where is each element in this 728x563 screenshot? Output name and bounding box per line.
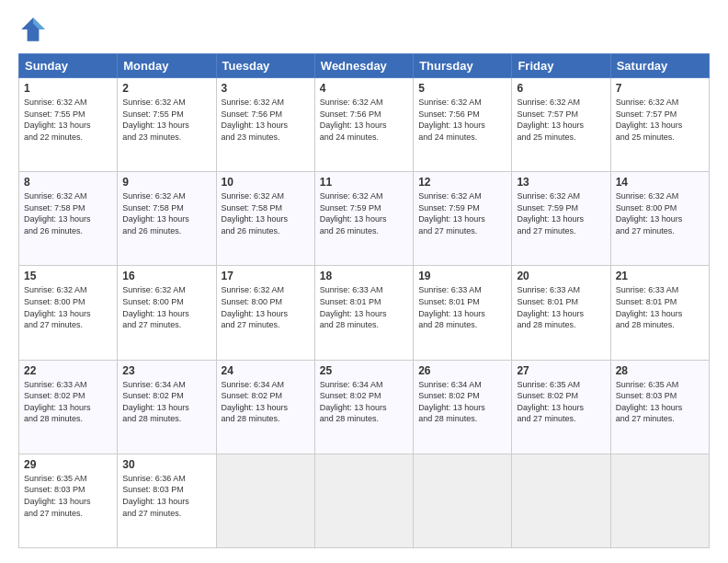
- day-number: 28: [616, 364, 704, 377]
- calendar-day-cell: 3Sunrise: 6:32 AM Sunset: 7:56 PM Daylig…: [216, 78, 314, 172]
- weekday-header: SundayMondayTuesdayWednesdayThursdayFrid…: [19, 54, 710, 78]
- calendar-day-cell: [414, 454, 512, 547]
- day-info: Sunrise: 6:32 AM Sunset: 7:59 PM Dayligh…: [418, 190, 506, 236]
- weekday-header-cell: Thursday: [414, 54, 512, 78]
- day-info: Sunrise: 6:33 AM Sunset: 8:02 PM Dayligh…: [24, 379, 112, 425]
- day-number: 6: [517, 82, 605, 95]
- calendar-day-cell: 8Sunrise: 6:32 AM Sunset: 7:58 PM Daylig…: [19, 172, 118, 266]
- day-number: 11: [320, 176, 408, 189]
- day-number: 17: [222, 270, 310, 282]
- day-info: Sunrise: 6:32 AM Sunset: 8:00 PM Dayligh…: [616, 190, 704, 236]
- calendar-week-row: 29Sunrise: 6:35 AM Sunset: 8:03 PM Dayli…: [19, 454, 710, 547]
- day-number: 18: [320, 270, 408, 282]
- day-info: Sunrise: 6:34 AM Sunset: 8:02 PM Dayligh…: [222, 379, 310, 425]
- day-info: Sunrise: 6:32 AM Sunset: 8:00 PM Dayligh…: [222, 284, 310, 330]
- calendar-day-cell: 12Sunrise: 6:32 AM Sunset: 7:59 PM Dayli…: [414, 172, 512, 266]
- day-number: 3: [222, 82, 310, 95]
- calendar-day-cell: 4Sunrise: 6:32 AM Sunset: 7:56 PM Daylig…: [314, 78, 413, 172]
- calendar-day-cell: 1Sunrise: 6:32 AM Sunset: 7:55 PM Daylig…: [19, 78, 118, 172]
- calendar-day-cell: 27Sunrise: 6:35 AM Sunset: 8:02 PM Dayli…: [512, 360, 610, 454]
- calendar-day-cell: 13Sunrise: 6:32 AM Sunset: 7:59 PM Dayli…: [512, 172, 610, 266]
- day-number: 26: [418, 364, 506, 377]
- day-info: Sunrise: 6:32 AM Sunset: 7:58 PM Dayligh…: [222, 190, 310, 236]
- calendar-day-cell: 17Sunrise: 6:32 AM Sunset: 8:00 PM Dayli…: [216, 266, 314, 360]
- calendar-day-cell: 18Sunrise: 6:33 AM Sunset: 8:01 PM Dayli…: [314, 266, 413, 360]
- calendar-day-cell: 21Sunrise: 6:33 AM Sunset: 8:01 PM Dayli…: [610, 266, 709, 360]
- weekday-header-cell: Tuesday: [216, 54, 314, 78]
- calendar-week-row: 8Sunrise: 6:32 AM Sunset: 7:58 PM Daylig…: [19, 172, 710, 266]
- calendar-week-row: 22Sunrise: 6:33 AM Sunset: 8:02 PM Dayli…: [19, 360, 710, 454]
- calendar-day-cell: 19Sunrise: 6:33 AM Sunset: 8:01 PM Dayli…: [414, 266, 512, 360]
- day-info: Sunrise: 6:33 AM Sunset: 8:01 PM Dayligh…: [517, 284, 605, 330]
- day-number: 27: [517, 364, 605, 377]
- day-info: Sunrise: 6:32 AM Sunset: 7:55 PM Dayligh…: [24, 97, 112, 143]
- calendar-day-cell: [610, 454, 709, 547]
- calendar-day-cell: 15Sunrise: 6:32 AM Sunset: 8:00 PM Dayli…: [19, 266, 118, 360]
- day-info: Sunrise: 6:32 AM Sunset: 7:56 PM Dayligh…: [320, 97, 408, 143]
- calendar-day-cell: 20Sunrise: 6:33 AM Sunset: 8:01 PM Dayli…: [512, 266, 610, 360]
- day-number: 29: [24, 458, 112, 471]
- day-info: Sunrise: 6:33 AM Sunset: 8:01 PM Dayligh…: [320, 284, 408, 330]
- day-number: 1: [24, 82, 112, 95]
- calendar-day-cell: 22Sunrise: 6:33 AM Sunset: 8:02 PM Dayli…: [19, 360, 118, 454]
- day-info: Sunrise: 6:34 AM Sunset: 8:02 PM Dayligh…: [418, 379, 506, 425]
- calendar-day-cell: 24Sunrise: 6:34 AM Sunset: 8:02 PM Dayli…: [216, 360, 314, 454]
- calendar-day-cell: 28Sunrise: 6:35 AM Sunset: 8:03 PM Dayli…: [610, 360, 709, 454]
- weekday-header-cell: Saturday: [610, 54, 709, 78]
- calendar-day-cell: 26Sunrise: 6:34 AM Sunset: 8:02 PM Dayli…: [414, 360, 512, 454]
- day-number: 10: [222, 176, 310, 189]
- day-info: Sunrise: 6:32 AM Sunset: 8:00 PM Dayligh…: [122, 284, 210, 330]
- day-info: Sunrise: 6:34 AM Sunset: 8:02 PM Dayligh…: [122, 379, 210, 425]
- calendar-day-cell: 29Sunrise: 6:35 AM Sunset: 8:03 PM Dayli…: [19, 454, 118, 547]
- calendar-day-cell: 25Sunrise: 6:34 AM Sunset: 8:02 PM Dayli…: [314, 360, 413, 454]
- calendar-day-cell: 2Sunrise: 6:32 AM Sunset: 7:55 PM Daylig…: [118, 78, 216, 172]
- calendar-day-cell: [512, 454, 610, 547]
- calendar-day-cell: 14Sunrise: 6:32 AM Sunset: 8:00 PM Dayli…: [610, 172, 709, 266]
- logo: [18, 15, 53, 44]
- day-info: Sunrise: 6:36 AM Sunset: 8:03 PM Dayligh…: [122, 473, 210, 519]
- calendar-day-cell: [314, 454, 413, 547]
- calendar-day-cell: 9Sunrise: 6:32 AM Sunset: 7:58 PM Daylig…: [118, 172, 216, 266]
- calendar-day-cell: 5Sunrise: 6:32 AM Sunset: 7:56 PM Daylig…: [414, 78, 512, 172]
- day-number: 22: [24, 364, 112, 377]
- day-info: Sunrise: 6:35 AM Sunset: 8:03 PM Dayligh…: [24, 473, 112, 519]
- logo-icon: [18, 15, 48, 44]
- day-info: Sunrise: 6:32 AM Sunset: 7:55 PM Dayligh…: [122, 97, 210, 143]
- day-number: 5: [418, 82, 506, 95]
- calendar: SundayMondayTuesdayWednesdayThursdayFrid…: [18, 53, 710, 548]
- calendar-day-cell: [216, 454, 314, 547]
- day-info: Sunrise: 6:32 AM Sunset: 7:57 PM Dayligh…: [517, 97, 605, 143]
- calendar-day-cell: 16Sunrise: 6:32 AM Sunset: 8:00 PM Dayli…: [118, 266, 216, 360]
- day-number: 24: [222, 364, 310, 377]
- day-info: Sunrise: 6:33 AM Sunset: 8:01 PM Dayligh…: [616, 284, 704, 330]
- day-number: 30: [122, 458, 210, 471]
- day-info: Sunrise: 6:35 AM Sunset: 8:03 PM Dayligh…: [616, 379, 704, 425]
- calendar-week-row: 15Sunrise: 6:32 AM Sunset: 8:00 PM Dayli…: [19, 266, 710, 360]
- weekday-header-cell: Wednesday: [314, 54, 413, 78]
- day-info: Sunrise: 6:34 AM Sunset: 8:02 PM Dayligh…: [320, 379, 408, 425]
- day-info: Sunrise: 6:35 AM Sunset: 8:02 PM Dayligh…: [517, 379, 605, 425]
- weekday-header-cell: Friday: [512, 54, 610, 78]
- day-number: 16: [122, 270, 210, 282]
- calendar-day-cell: 23Sunrise: 6:34 AM Sunset: 8:02 PM Dayli…: [118, 360, 216, 454]
- day-info: Sunrise: 6:32 AM Sunset: 7:58 PM Dayligh…: [122, 190, 210, 236]
- day-number: 9: [122, 176, 210, 189]
- day-info: Sunrise: 6:32 AM Sunset: 7:59 PM Dayligh…: [517, 190, 605, 236]
- day-number: 8: [24, 176, 112, 189]
- day-number: 12: [418, 176, 506, 189]
- day-number: 7: [616, 82, 704, 95]
- day-number: 20: [517, 270, 605, 282]
- calendar-day-cell: 6Sunrise: 6:32 AM Sunset: 7:57 PM Daylig…: [512, 78, 610, 172]
- day-number: 25: [320, 364, 408, 377]
- calendar-body: 1Sunrise: 6:32 AM Sunset: 7:55 PM Daylig…: [19, 78, 710, 548]
- day-info: Sunrise: 6:32 AM Sunset: 7:58 PM Dayligh…: [24, 190, 112, 236]
- calendar-week-row: 1Sunrise: 6:32 AM Sunset: 7:55 PM Daylig…: [19, 78, 710, 172]
- day-number: 23: [122, 364, 210, 377]
- day-number: 21: [616, 270, 704, 282]
- day-number: 19: [418, 270, 506, 282]
- day-info: Sunrise: 6:32 AM Sunset: 8:00 PM Dayligh…: [24, 284, 112, 330]
- day-info: Sunrise: 6:32 AM Sunset: 7:59 PM Dayligh…: [320, 190, 408, 236]
- calendar-day-cell: 30Sunrise: 6:36 AM Sunset: 8:03 PM Dayli…: [118, 454, 216, 547]
- day-number: 13: [517, 176, 605, 189]
- day-info: Sunrise: 6:33 AM Sunset: 8:01 PM Dayligh…: [418, 284, 506, 330]
